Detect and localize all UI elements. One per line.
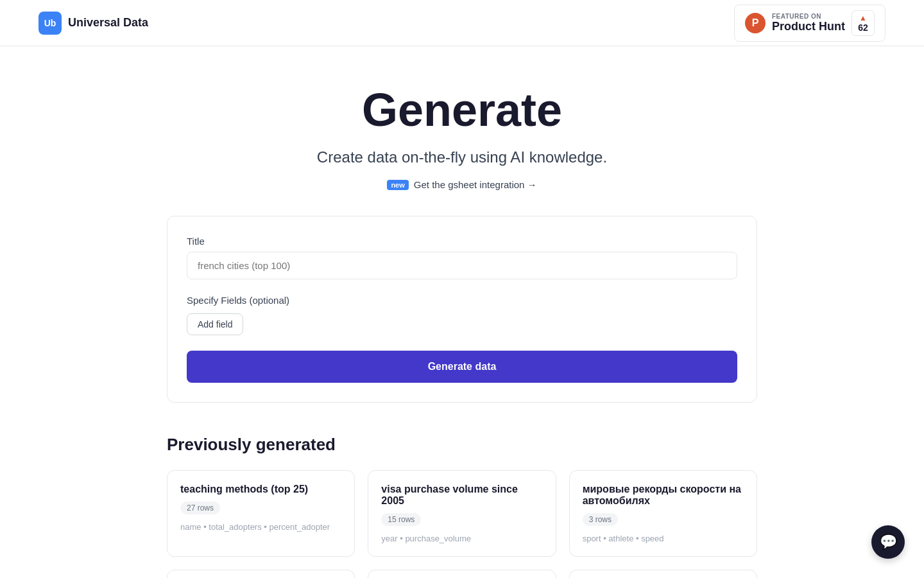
product-hunt-name: Product Hunt: [772, 20, 845, 33]
dataset-fields: year • purchase_volume: [381, 534, 542, 543]
title-label: Title: [187, 236, 737, 247]
upvote-arrow-icon: ▲: [859, 13, 867, 22]
hero-title: Generate: [167, 85, 757, 136]
chat-icon: 💬: [880, 534, 897, 550]
section-title: Previously generated: [167, 435, 757, 455]
vote-count: 62: [858, 22, 868, 33]
dataset-card[interactable]: teaching methods (top 25) 27 rows name •…: [167, 470, 355, 557]
dataset-fields: sport • athlete • speed: [583, 534, 744, 543]
dataset-title: мировые рекорды скорости на автомобилях: [583, 484, 744, 507]
add-field-button[interactable]: Add field: [187, 313, 243, 335]
hero-section: Generate Create data on-the-fly using AI…: [167, 85, 757, 190]
rows-badge: 15 rows: [381, 513, 421, 526]
hero-subtitle: Create data on-the-fly using AI knowledg…: [167, 148, 757, 166]
dataset-title: teaching methods (top 25): [180, 484, 341, 495]
dataset-card[interactable]: Rose 10 rows name • year_created • advan…: [569, 570, 757, 578]
gsheet-link-text[interactable]: Get the gsheet integration →: [414, 179, 537, 190]
rows-badge: 27 rows: [180, 502, 220, 514]
logo-icon: Ub: [38, 12, 62, 35]
new-badge: new: [387, 180, 408, 190]
dataset-card[interactable]: visa purchase volume since 2005 15 rows …: [368, 470, 556, 557]
generate-data-button[interactable]: Generate data: [187, 351, 737, 383]
cards-grid: teaching methods (top 25) 27 rows name •…: [167, 470, 757, 578]
logo-area[interactable]: Ub Universal Data: [38, 12, 148, 35]
product-hunt-featured-label: FEATURED ON: [772, 13, 845, 20]
logo-text: Universal Data: [68, 16, 148, 30]
main-content: Generate Create data on-the-fly using AI…: [154, 46, 770, 578]
product-hunt-badge[interactable]: P FEATURED ON Product Hunt ▲ 62: [734, 4, 886, 42]
rows-badge: 3 rows: [583, 513, 618, 526]
form-container: Title Specify Fields (optional) Add fiel…: [167, 216, 757, 403]
dataset-card[interactable]: the most popular russian writers 10 rows…: [368, 570, 556, 578]
gsheet-link-area: new Get the gsheet integration →: [167, 179, 757, 190]
specify-fields-label: Specify Fields (optional): [187, 295, 737, 306]
dataset-card[interactable]: мировые рекорды скорости на автомобилях …: [569, 470, 757, 557]
dataset-fields: name • total_adopters • percent_adopter: [180, 522, 341, 532]
chat-button[interactable]: 💬: [871, 525, 905, 559]
header: Ub Universal Data P FEATURED ON Product …: [0, 0, 924, 46]
dataset-title: visa purchase volume since 2005: [381, 484, 542, 507]
previously-generated-section: Previously generated teaching methods (t…: [167, 435, 757, 578]
product-hunt-icon: P: [745, 13, 766, 33]
product-hunt-text: FEATURED ON Product Hunt: [772, 13, 845, 33]
dataset-card[interactable]: Best wineries in Provence 10 rows total_…: [167, 570, 355, 578]
product-hunt-votes: ▲ 62: [851, 10, 875, 36]
title-input[interactable]: [187, 252, 737, 279]
